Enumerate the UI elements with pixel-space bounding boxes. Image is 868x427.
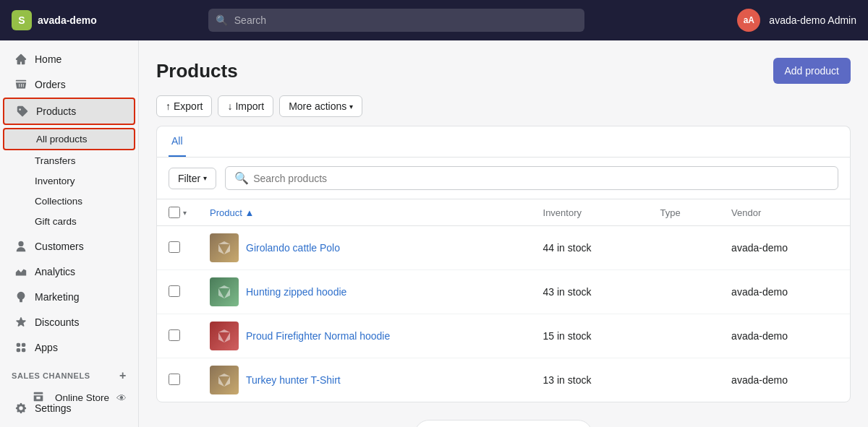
main-content: Products Add product ↑ Export ↓ Import M… [139, 40, 868, 427]
sidebar-item-products[interactable]: Products [3, 98, 135, 125]
table-row: Proud Firefighter Normal hoodie 15 in st… [157, 314, 850, 358]
product-name-link-3[interactable]: Turkey hunter T-Shirt [246, 374, 341, 386]
row-checkbox-1[interactable] [169, 285, 180, 297]
sidebar-sub-inventory[interactable]: Inventory [3, 171, 135, 191]
product-thumbnail-2 [210, 322, 239, 350]
sidebar-sub-gift-cards[interactable]: Gift cards [3, 212, 135, 231]
product-thumbnail-1 [210, 277, 239, 306]
tab-all[interactable]: All [169, 126, 186, 157]
more-actions-label: More actions [289, 100, 346, 112]
customers-label: Customers [35, 241, 84, 252]
search-input[interactable] [208, 9, 584, 32]
type-cell-0 [649, 226, 720, 270]
customers-icon [14, 240, 27, 253]
row-checkbox-0[interactable] [169, 241, 180, 253]
import-button[interactable]: ↓ Import [218, 95, 273, 117]
sidebar-item-settings[interactable]: Settings [3, 396, 135, 420]
page-title-area: Products [156, 60, 238, 82]
row-checkbox-3[interactable] [169, 374, 180, 385]
tag-icon [16, 105, 29, 118]
search-products-icon: 🔍 [234, 171, 249, 185]
product-name-link-1[interactable]: Hunting zipped hoodie [246, 286, 346, 298]
search-products-input[interactable] [253, 173, 829, 184]
nav-right: aA avada-demo Admin [737, 9, 856, 32]
sidebar-item-orders[interactable]: Orders [3, 72, 135, 97]
sidebar-item-home[interactable]: Home [3, 47, 135, 72]
export-label: Export [174, 100, 203, 112]
products-table: ▾ Product ▲ Inventory Type Vendor [157, 199, 850, 402]
inventory-cell-2: 15 in stock [532, 314, 649, 358]
apps-label: Apps [35, 342, 58, 353]
brand-logo[interactable]: S avada-demo [12, 10, 127, 30]
sidebar-item-analytics[interactable]: Analytics [3, 259, 135, 284]
settings-label: Settings [35, 402, 72, 414]
type-cell-1 [649, 270, 720, 314]
learn-more-bubble: ? Learn more about products. [414, 420, 592, 427]
shopify-icon: S [12, 10, 32, 30]
add-product-button[interactable]: Add product [773, 58, 851, 84]
type-column-header: Type [649, 199, 720, 226]
import-label: Import [235, 100, 264, 112]
export-button[interactable]: ↑ Export [156, 95, 212, 117]
admin-name: avada-demo Admin [769, 14, 856, 26]
sidebar-item-customers[interactable]: Customers [3, 234, 135, 259]
page-title: Products [156, 60, 238, 82]
sidebar-item-marketing[interactable]: Marketing [3, 285, 135, 309]
product-name-link-2[interactable]: Proud Firefighter Normal hoodie [246, 330, 390, 342]
avatar[interactable]: aA [737, 9, 760, 32]
vendor-cell-2: avada-demo [720, 314, 850, 358]
marketing-icon [14, 290, 27, 303]
products-label: Products [36, 105, 76, 117]
more-actions-button[interactable]: More actions ▾ [279, 95, 362, 117]
sidebar: Home Orders Products All products Transf… [0, 40, 139, 427]
sales-channels-section: SALES CHANNELS + [0, 361, 138, 385]
sidebar-sub-collections[interactable]: Collections [3, 191, 135, 211]
row-checkbox-cell-2[interactable] [157, 314, 198, 358]
sidebar-sub-transfers[interactable]: Transfers [3, 151, 135, 171]
product-column-header[interactable]: Product ▲ [198, 199, 532, 226]
sidebar-item-apps[interactable]: Apps [3, 335, 135, 360]
home-icon [14, 53, 27, 66]
vendor-cell-3: avada-demo [720, 358, 850, 402]
row-checkbox-cell-3[interactable] [157, 358, 198, 402]
inventory-cell-3: 13 in stock [532, 358, 649, 402]
select-all-chevron[interactable]: ▾ [183, 209, 187, 217]
row-checkbox-2[interactable] [169, 329, 180, 341]
orders-icon [14, 78, 27, 91]
products-submenu: All products Transfers Inventory Collect… [0, 126, 138, 233]
inventory-label: Inventory [35, 176, 75, 186]
all-products-label: All products [36, 134, 88, 145]
tabs-bar: All [156, 126, 851, 157]
inventory-cell-1: 43 in stock [532, 270, 649, 314]
product-name-link-0[interactable]: Girolando cattle Polo [246, 242, 340, 254]
type-cell-2 [649, 314, 720, 358]
gift-cards-label: Gift cards [35, 216, 77, 227]
page-header: Products Add product [156, 58, 851, 84]
vendor-cell-0: avada-demo [720, 226, 850, 270]
table-row: Turkey hunter T-Shirt 13 in stock avada-… [157, 358, 850, 402]
filter-button[interactable]: Filter ▾ [169, 168, 216, 189]
action-bar: ↑ Export ↓ Import More actions ▾ [156, 95, 851, 117]
select-all-header[interactable]: ▾ [157, 199, 198, 226]
sidebar-item-discounts[interactable]: Discounts [3, 310, 135, 335]
discounts-label: Discounts [35, 316, 79, 328]
table-row: Girolando cattle Polo 44 in stock avada-… [157, 226, 850, 270]
search-bar[interactable]: 🔍 [208, 9, 584, 32]
product-cell-3: Turkey hunter T-Shirt [198, 358, 532, 402]
chevron-down-icon: ▾ [349, 103, 353, 111]
import-icon: ↓ [227, 100, 232, 112]
top-navigation: S avada-demo 🔍 aA avada-demo Admin [0, 0, 868, 40]
add-channel-icon[interactable]: + [119, 369, 127, 382]
channels-label: SALES CHANNELS [12, 371, 90, 380]
search-products-field[interactable]: 🔍 [225, 166, 838, 190]
inventory-column-header: Inventory [532, 199, 649, 226]
row-checkbox-cell-0[interactable] [157, 226, 198, 270]
sidebar-sub-all-products[interactable]: All products [3, 128, 135, 150]
select-all-checkbox[interactable] [169, 207, 180, 218]
filter-label: Filter [178, 173, 200, 184]
row-checkbox-cell-1[interactable] [157, 270, 198, 314]
apps-icon [14, 341, 27, 354]
vendor-column-header: Vendor [720, 199, 850, 226]
marketing-label: Marketing [35, 291, 79, 303]
type-cell-3 [649, 358, 720, 402]
